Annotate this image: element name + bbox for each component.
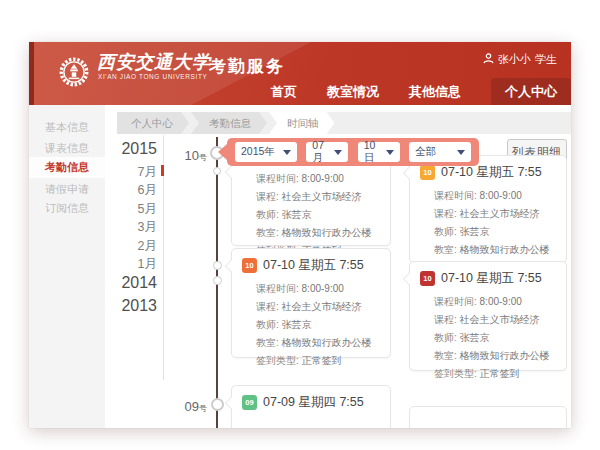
calendar-icon: 10: [420, 271, 435, 286]
breadcrumb-personal-center[interactable]: 个人中心: [117, 112, 189, 134]
card-title: 07-09 星期四 7:55: [263, 394, 364, 411]
field-row: 教师: 张芸京: [256, 206, 382, 224]
person-icon: [483, 53, 494, 66]
field-row: 教室: 格物致知行政办公楼: [434, 241, 558, 259]
field-row: 教室: 格物致知行政办公楼: [256, 224, 382, 242]
timeline-node: [213, 261, 222, 270]
breadcrumb-attendance-info[interactable]: 考勤信息: [191, 112, 267, 134]
app-window: 西安交通大学 XI'AN JIAO TONG UNIVERSITY 考勤服务 张…: [29, 42, 571, 428]
nav-item-classrooms[interactable]: 教室情况: [327, 83, 379, 101]
sidebar-item-subscription[interactable]: 订阅信息: [29, 198, 105, 218]
screenshot-canvas: 西安交通大学 XI'AN JIAO TONG UNIVERSITY 考勤服务 张…: [0, 0, 600, 450]
app-header: 西安交通大学 XI'AN JIAO TONG UNIVERSITY 考勤服务 张…: [29, 42, 571, 105]
service-title: 考勤服务: [209, 55, 285, 78]
university-gear-logo-icon: [59, 57, 89, 87]
attendance-card[interactable]: 10 07-10 星期五 7:55 课程时间: 8:00-9:00 课程: 社会…: [409, 261, 567, 371]
year-select[interactable]: 2015年: [235, 142, 297, 162]
field-row: 课程: 社会主义市场经济: [434, 311, 558, 329]
current-month-tick: [161, 165, 164, 176]
timeline-nav-may[interactable]: 5月: [115, 201, 157, 218]
card-title: 07-10 星期五 7:55: [441, 270, 542, 287]
filter-bar: 2015年 07月 10日 全部: [227, 138, 479, 166]
sidebar-item-leave-request[interactable]: 请假申请: [29, 179, 105, 199]
field-row: 签到类型: 正常签到: [434, 365, 558, 383]
sidebar-item-timetable[interactable]: 课表信息: [29, 138, 105, 158]
field-row: 签到类型: 正常签到: [256, 352, 382, 370]
breadcrumb: 个人中心 考勤信息 时间轴: [117, 112, 571, 134]
field-row: 教师: 张芸京: [434, 223, 558, 241]
nav-item-other-info[interactable]: 其他信息: [409, 83, 461, 101]
main-nav: 首页 教室情况 其他信息 个人中心: [271, 78, 571, 105]
university-name-cn: 西安交通大学: [97, 50, 211, 74]
timeline-nav-2013[interactable]: 2013: [115, 297, 157, 315]
attendance-card-clipped[interactable]: [409, 406, 567, 428]
calendar-icon: 10: [242, 258, 257, 273]
timeline-nav-jan[interactable]: 1月: [115, 256, 157, 273]
field-row: 教师: 张芸京: [434, 329, 558, 347]
card-title: 07-10 星期五 7:55: [441, 164, 542, 181]
timeline-nav-mar[interactable]: 3月: [115, 219, 157, 236]
chevron-down-icon: [334, 150, 342, 155]
timeline-nav-jul-current[interactable]: 7月: [115, 164, 157, 181]
timeline-node: [213, 167, 221, 175]
field-row: 课程时间: 8:00-9:00: [256, 280, 382, 298]
day-select[interactable]: 10日: [358, 142, 400, 162]
field-row: 课程: 社会主义市场经济: [256, 298, 382, 316]
chevron-down-icon: [283, 150, 291, 155]
attendance-card[interactable]: 10 07-10 星期五 7:55 课程时间: 8:00-9:00 课程: 社会…: [409, 155, 567, 263]
field-row: 课程时间: 8:00-9:00: [434, 187, 558, 205]
day-marker-10[interactable]: 10号: [173, 146, 207, 164]
sidebar-item-basic-info[interactable]: 基本信息: [29, 117, 105, 137]
field-row: 课程时间: 8:00-9:00: [256, 170, 382, 188]
sidebar-item-attendance-active[interactable]: 考勤信息: [29, 157, 105, 178]
field-row: 教师: 张芸京: [256, 316, 382, 334]
attendance-card[interactable]: 09 07-09 星期四 7:55: [231, 385, 391, 428]
calendar-icon: 10: [420, 165, 435, 180]
nav-item-home[interactable]: 首页: [271, 83, 297, 101]
content-area: 基本信息 课表信息 考勤信息 请假申请 订阅信息 个人中心 考勤信息 时间轴 2…: [29, 105, 571, 428]
nav-item-personal-center-active[interactable]: 个人中心: [491, 78, 571, 105]
user-role: 学生: [535, 52, 557, 67]
field-row: 教室: 格物致知行政办公楼: [434, 347, 558, 365]
timeline-node-day09[interactable]: [211, 398, 224, 411]
calendar-icon: 09: [242, 395, 257, 410]
timeline-nav-feb[interactable]: 2月: [115, 238, 157, 255]
sidebar: 基本信息 课表信息 考勤信息 请假申请 订阅信息: [29, 105, 105, 428]
timeline-nav-2015[interactable]: 2015: [115, 140, 157, 158]
field-row: 课程: 社会主义市场经济: [256, 188, 382, 206]
user-info[interactable]: 张小小 学生: [483, 52, 557, 67]
attendance-card[interactable]: 10 07-10 星期五 7:55 课程时间: 8:00-9:00 课程: 社会…: [231, 248, 391, 358]
breadcrumb-timeline-current[interactable]: 时间轴: [269, 112, 335, 134]
user-name: 张小小: [498, 52, 531, 67]
field-row: 教室: 格物致知行政办公楼: [256, 334, 382, 352]
field-row: 课程: 社会主义市场经济: [434, 205, 558, 223]
card-title: 07-10 星期五 7:55: [263, 257, 364, 274]
university-name-en: XI'AN JIAO TONG UNIVERSITY: [98, 73, 207, 80]
timeline-nav-2014[interactable]: 2014: [115, 274, 157, 292]
chevron-down-icon: [457, 150, 465, 155]
timeline-node: [213, 276, 222, 285]
day-marker-09[interactable]: 09号: [173, 397, 207, 415]
field-row: 课程时间: 8:00-9:00: [434, 293, 558, 311]
attendance-card[interactable]: 课程时间: 8:00-9:00 课程: 社会主义市场经济 教师: 张芸京 教室:…: [231, 160, 391, 246]
chevron-down-icon: [386, 150, 394, 155]
header-left-stripe: [29, 42, 34, 105]
type-select[interactable]: 全部: [409, 142, 471, 162]
timeline-nav-jun[interactable]: 6月: [115, 182, 157, 199]
month-select[interactable]: 07月: [306, 142, 348, 162]
